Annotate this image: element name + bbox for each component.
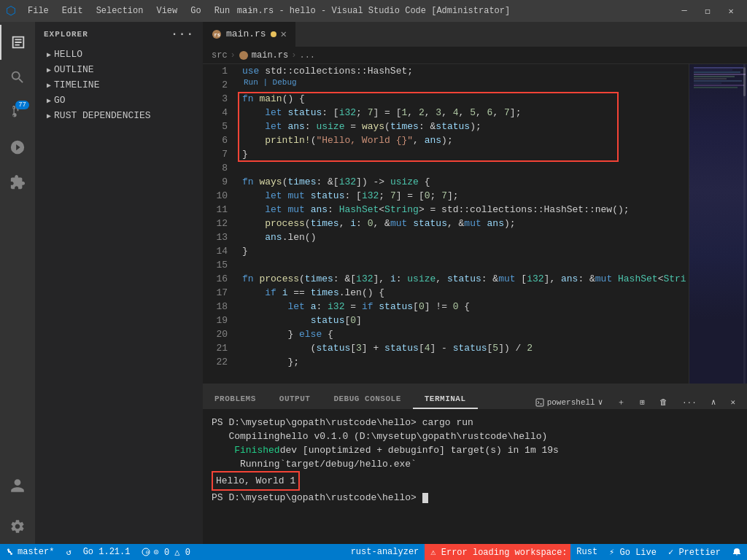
activity-accounts[interactable]: [0, 468, 35, 503]
activity-search[interactable]: [0, 60, 35, 95]
terminal-shell-selector[interactable]: powershell ∨: [530, 396, 609, 408]
tab-output[interactable]: OUTPUT: [268, 390, 322, 409]
code-line-13: 13 ans.len(): [203, 230, 689, 244]
code-line-1: 1use std::collections::HashSet;: [203, 64, 689, 78]
sidebar-item-rust-label: RUST DEPENDENCIES: [54, 110, 151, 121]
source-control-badge: 77: [15, 101, 29, 109]
code-line-5: 5 let ans: usize = ways(times: &status);: [203, 120, 689, 133]
code-line-17: 17 if i == times.len() {: [203, 286, 689, 300]
new-terminal-button[interactable]: ＋: [611, 395, 631, 409]
menu-go[interactable]: Go: [185, 4, 206, 18]
breadcrumb-file-icon: [239, 50, 249, 61]
run-debug-hint[interactable]: Run | Debug: [244, 78, 297, 87]
run-icon: [9, 139, 26, 155]
terminal-line-2: Compiling hello v0.1.0 (D:\mysetup\gopat…: [212, 429, 738, 443]
svg-rect-3: [536, 399, 543, 406]
terminal-content[interactable]: PS D:\mysetup\gopath\rustcode\hello> car…: [203, 410, 747, 544]
status-golive[interactable]: ⚡ Go Live: [603, 544, 662, 560]
close-button[interactable]: ✕: [721, 4, 741, 18]
rust-arrow: ▶: [47, 112, 51, 120]
breadcrumb-more: ...: [299, 50, 315, 61]
status-language[interactable]: Rust: [570, 544, 603, 560]
titlebar: ⬡ File Edit Selection View Go Run ··· ma…: [0, 0, 747, 22]
terminal-line-5: Hello, World 1: [212, 471, 738, 491]
code-line-12: 12 process(times, i: 0, &mut status, &mu…: [203, 217, 689, 230]
sidebar-item-hello[interactable]: ▶ HELLO: [35, 47, 203, 62]
status-prettier[interactable]: ✓ Prettier: [662, 544, 727, 560]
sidebar-header: EXPLORER ···: [35, 22, 203, 47]
panel-more-button[interactable]: ···: [676, 397, 703, 408]
sidebar-item-timeline[interactable]: ▶ TIMELINE: [35, 77, 203, 93]
hello-world-output: Hello, World 1: [212, 471, 300, 491]
tab-debug-console[interactable]: DEBUG CONSOLE: [322, 390, 412, 409]
status-branch[interactable]: master*: [0, 544, 60, 560]
status-notifications[interactable]: [727, 544, 747, 560]
activity-extensions[interactable]: [0, 165, 35, 200]
terminal-line-4: Running `target/debug/hello.exe`: [212, 457, 738, 471]
code-editor[interactable]: Run | Debug 1use std::collections::HashS…: [203, 64, 689, 384]
tab-problems[interactable]: PROBLEMS: [203, 390, 268, 409]
menu-view[interactable]: View: [150, 4, 183, 18]
sidebar-item-rust-dependencies[interactable]: ▶ RUST DEPENDENCIES: [35, 108, 203, 123]
code-line-16: 16fn process(times: &[i32], i: usize, st…: [203, 272, 689, 286]
go-version-text: Go 1.21.1: [83, 547, 131, 557]
code-line-3: 3fn main() {: [203, 92, 689, 106]
tab-main-rs-label: main.rs: [226, 28, 266, 39]
activity-settings[interactable]: [0, 509, 35, 544]
notification-icon: [732, 548, 741, 556]
shell-name: powershell: [547, 398, 595, 407]
sync-icon: ↺: [66, 547, 71, 558]
panel-close-button[interactable]: ✕: [724, 396, 741, 408]
breadcrumb-file: main.rs: [252, 50, 288, 61]
sidebar-item-go[interactable]: ▶ GO: [35, 93, 203, 108]
sidebar-item-go-label: GO: [54, 95, 66, 106]
sidebar-item-outline-label: OUTLINE: [54, 64, 94, 75]
status-bar-left: master* ↺ Go 1.21.1 ⊙ ⊙ 0 △ 0: [0, 544, 196, 560]
language-text: Rust: [576, 547, 597, 557]
status-sync[interactable]: ↺: [60, 544, 77, 560]
activity-run[interactable]: [0, 130, 35, 165]
menu-edit[interactable]: Edit: [56, 4, 89, 18]
settings-icon: [9, 518, 26, 534]
sidebar-more-button[interactable]: ···: [171, 28, 194, 41]
activity-source-control[interactable]: 77: [0, 95, 35, 130]
tab-close-button[interactable]: ✕: [281, 28, 287, 40]
editor-area: rs main.rs ✕ src › main.rs › ...: [203, 22, 747, 544]
menu-file[interactable]: File: [22, 4, 55, 18]
status-rust-analyzer[interactable]: rust-analyzer: [345, 544, 425, 560]
window-controls[interactable]: ─ ◻ ✕: [674, 4, 741, 18]
split-terminal-button[interactable]: ⊞: [634, 396, 651, 408]
status-error-msg[interactable]: ⚠ Error loading workspace: packages.Load…: [425, 544, 570, 560]
maximize-button[interactable]: ◻: [697, 4, 718, 18]
rust-file-icon: rs: [212, 29, 222, 39]
sidebar-item-outline[interactable]: ▶ OUTLINE: [35, 62, 203, 77]
status-go-version[interactable]: Go 1.21.1: [77, 544, 136, 560]
terminal-line-6: PS D:\mysetup\gopath\rustcode\hello>: [212, 491, 738, 505]
accounts-icon: [9, 478, 26, 494]
menu-selection[interactable]: Selection: [90, 4, 150, 18]
minimap: [689, 64, 747, 384]
status-errors[interactable]: ⊙ ⊙ 0 △ 0: [136, 544, 196, 560]
panel-collapse-button[interactable]: ∧: [705, 396, 722, 408]
menu-bar[interactable]: File Edit Selection View Go Run ···: [22, 4, 265, 18]
menu-run[interactable]: Run: [209, 4, 236, 18]
code-line-9: 9fn ways(times: &[i32]) -> usize {: [203, 175, 689, 189]
tab-terminal[interactable]: TERMINAL: [413, 390, 478, 409]
status-bar: master* ↺ Go 1.21.1 ⊙ ⊙ 0 △ 0 rust-analy…: [0, 544, 747, 560]
breadcrumb-src: src: [212, 50, 228, 61]
kill-terminal-button[interactable]: 🗑: [654, 396, 673, 408]
tab-main-rs[interactable]: rs main.rs ✕: [203, 22, 296, 47]
outline-arrow: ▶: [47, 66, 51, 74]
code-line-22: 22 };: [203, 355, 689, 369]
go-arrow: ▶: [47, 96, 51, 105]
minimap-content: [689, 64, 747, 384]
status-bar-right: rust-analyzer ⚠ Error loading workspace:…: [345, 544, 747, 560]
activity-explorer[interactable]: [0, 25, 35, 60]
error-msg-text: ⚠ Error loading workspace: packages.Load…: [430, 547, 570, 558]
sidebar-item-hello-label: HELLO: [54, 49, 82, 60]
minimize-button[interactable]: ─: [674, 4, 694, 18]
code-line-18: 18 let a: i32 = if status[0] != 0 {: [203, 300, 689, 314]
code-line-11: 11 let mut ans: HashSet<String> = std::c…: [203, 203, 689, 217]
error-icon: ⊙: [142, 548, 150, 556]
timeline-arrow: ▶: [47, 81, 51, 90]
